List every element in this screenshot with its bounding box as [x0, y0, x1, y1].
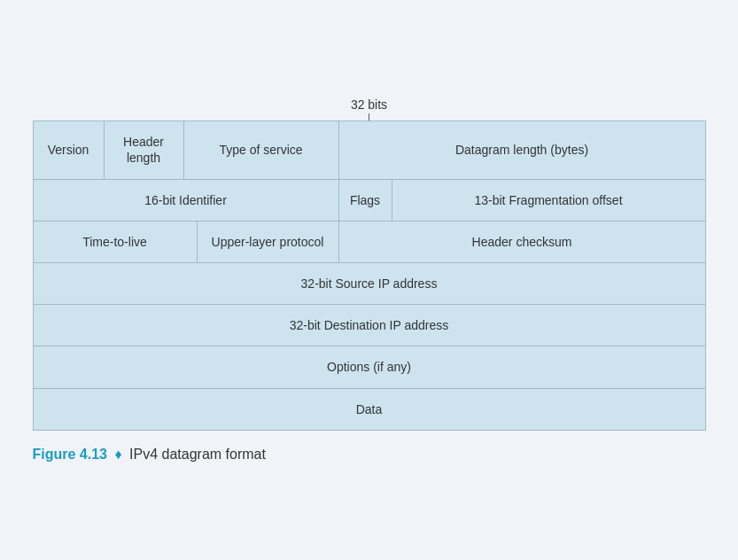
- cell-2-0: Time-to-live: [34, 222, 198, 262]
- cell-0-3: Datagram length (bytes): [339, 121, 705, 178]
- cell-5-0: Options (if any): [34, 346, 705, 387]
- cell-4-0: 32-bit Destination IP address: [34, 305, 705, 346]
- cell-3-0: 32-bit Source IP address: [34, 263, 705, 304]
- diagram-row-1: 16-bit IdentifierFlags13-bit Fragmentati…: [34, 180, 705, 222]
- diagram-row-6: Data: [34, 389, 705, 430]
- cell-2-1: Upper-layer protocol: [198, 222, 339, 262]
- cell-1-0: 16-bit Identifier: [34, 180, 339, 221]
- cell-0-2: Type of service: [184, 121, 339, 178]
- figure-description: IPv4 datagram format: [129, 447, 266, 462]
- diagram-row-5: Options (if any): [34, 346, 705, 388]
- main-container: 32 bits VersionHeader lengthType of serv…: [33, 97, 706, 463]
- bits-label: 32 bits: [33, 97, 706, 112]
- ipv4-diagram: VersionHeader lengthType of serviceDatag…: [33, 121, 706, 431]
- figure-diamond: ♦: [114, 447, 121, 462]
- diagram-row-4: 32-bit Destination IP address: [34, 305, 705, 346]
- cell-0-0: Version: [34, 121, 105, 178]
- bits-tick-line: [33, 113, 706, 121]
- diagram-row-0: VersionHeader lengthType of serviceDatag…: [34, 121, 705, 179]
- cell-2-2: Header checksum: [339, 222, 705, 262]
- cell-0-1: Header length: [105, 121, 184, 178]
- diagram-row-2: Time-to-liveUpper-layer protocolHeader c…: [34, 222, 705, 263]
- cell-1-1: Flags: [339, 180, 392, 221]
- diagram-row-3: 32-bit Source IP address: [34, 263, 705, 305]
- cell-1-2: 13-bit Fragmentation offset: [392, 180, 705, 221]
- figure-label: Figure 4.13: [33, 447, 107, 462]
- bits-tick: [369, 113, 369, 121]
- figure-caption: Figure 4.13 ♦ IPv4 datagram format: [33, 447, 706, 463]
- cell-6-0: Data: [34, 389, 705, 430]
